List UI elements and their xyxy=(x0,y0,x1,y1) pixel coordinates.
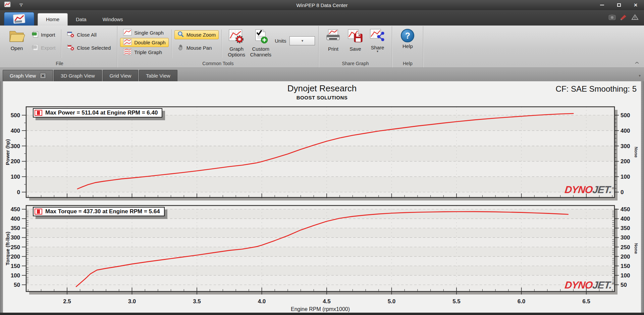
window-frame-left xyxy=(0,81,3,313)
svg-text:0: 0 xyxy=(621,189,624,195)
screenshot-icon[interactable] xyxy=(608,14,616,21)
import-button[interactable]: Import xyxy=(29,30,58,39)
units-dropdown[interactable]: ▾ xyxy=(289,36,315,45)
svg-text:6.0: 6.0 xyxy=(518,298,526,305)
svg-text:200: 200 xyxy=(11,254,20,260)
triple-graph-button[interactable]: Triple Graph xyxy=(120,48,168,57)
group-label-common-tools: Common Tools xyxy=(117,60,318,68)
ribbon-group-file: Open Import Export Close All xyxy=(2,26,117,68)
svg-text:200: 200 xyxy=(11,158,20,165)
export-button[interactable]: Export xyxy=(29,43,58,52)
print-button[interactable]: Print xyxy=(323,28,343,52)
svg-text:50: 50 xyxy=(14,282,20,288)
application-menu-button[interactable] xyxy=(4,12,34,26)
view-tab-strip: Graph View ✕ 3D Graph View Grid View Tab… xyxy=(0,68,644,81)
torque-series-swatch xyxy=(35,209,42,215)
double-graph-icon xyxy=(123,39,132,46)
power-legend: Max Power = 511.04 at Engine RPM = 6.40 xyxy=(33,108,162,118)
svg-text:250: 250 xyxy=(11,244,20,251)
minimize-icon xyxy=(600,5,604,5)
maximize-button[interactable] xyxy=(615,2,623,8)
save-button[interactable]: Save xyxy=(345,28,365,52)
ribbon-tab-row: Home Data Windows xyxy=(0,10,644,26)
svg-text:150: 150 xyxy=(11,263,20,269)
svg-text:300: 300 xyxy=(11,143,20,149)
close-selected-icon xyxy=(67,44,74,52)
svg-text:500: 500 xyxy=(11,112,20,119)
ribbon-group-share-graph: Print Save Share ▾ Share Graph xyxy=(319,26,392,68)
custom-channels-button[interactable]: Custom Channels xyxy=(249,28,273,57)
export-csv-icon xyxy=(32,44,39,52)
ribbon-collapse-button[interactable] xyxy=(635,59,639,65)
torque-legend-text: Max Torque = 437.30 at Engine RPM = 5.64 xyxy=(45,208,160,215)
ribbon: Open Import Export Close All xyxy=(0,26,644,68)
tab-home[interactable]: Home xyxy=(38,13,68,26)
tab-windows[interactable]: Windows xyxy=(95,13,131,26)
theme-brush-icon[interactable] xyxy=(620,14,627,21)
share-icon xyxy=(370,29,385,44)
tab-graph-view[interactable]: Graph View ✕ xyxy=(3,70,53,81)
close-button[interactable]: ✕ xyxy=(632,2,639,8)
svg-text:450: 450 xyxy=(11,206,20,213)
minimize-button[interactable] xyxy=(598,2,606,8)
window-title: WinPEP 8 Data Center xyxy=(0,2,644,8)
close-tab-icon[interactable]: ✕ xyxy=(40,73,46,79)
dynojet-watermark: DYNOJET.® xyxy=(546,279,614,291)
tab-grid-view[interactable]: Grid View xyxy=(103,70,139,81)
dynojet-watermark: DYNOJET.® xyxy=(546,184,614,195)
open-folder-icon xyxy=(8,29,25,44)
close-all-icon xyxy=(67,31,74,39)
svg-text:3.0: 3.0 xyxy=(128,298,136,305)
svg-text:Power (hp): Power (hp) xyxy=(5,139,10,165)
graph-options-button[interactable]: Graph Options xyxy=(224,28,249,57)
mouse-pan-button[interactable]: Mouse Pan xyxy=(174,43,219,52)
window-frame-bottom xyxy=(0,313,644,315)
svg-text:300: 300 xyxy=(621,234,630,241)
power-chart[interactable]: 00100100200200300300400400500500Power (h… xyxy=(3,104,641,202)
tab-data[interactable]: Data xyxy=(68,13,95,26)
units-label: Units xyxy=(275,38,286,44)
help-button[interactable]: ? Help xyxy=(399,28,416,49)
svg-text:450: 450 xyxy=(621,206,630,213)
group-label-file: File xyxy=(2,60,117,68)
close-all-button[interactable]: Close All xyxy=(64,30,114,39)
hand-icon xyxy=(177,44,184,52)
svg-text:400: 400 xyxy=(11,128,20,134)
torque-chart[interactable]: 5050100100150150200200250250300300350350… xyxy=(3,203,641,314)
title-bar: ▾ WinPEP 8 Data Center ✕ xyxy=(0,0,644,10)
chevron-down-icon: ▾ xyxy=(377,50,378,52)
svg-text:6.5: 6.5 xyxy=(582,298,590,305)
group-label-help: Help xyxy=(392,60,423,68)
save-floppy-icon xyxy=(347,29,363,45)
tab-overflow-icon[interactable]: ▾ xyxy=(639,74,641,78)
svg-text:200: 200 xyxy=(621,158,630,165)
tab-3d-graph-view[interactable]: 3D Graph View xyxy=(54,70,102,81)
svg-text:350: 350 xyxy=(621,225,630,231)
double-graph-button[interactable]: Double Graph xyxy=(120,38,168,47)
ribbon-tabs: Home Data Windows xyxy=(38,13,131,26)
single-graph-icon xyxy=(123,29,132,37)
power-legend-text: Max Power = 511.04 at Engine RPM = 6.40 xyxy=(45,109,158,116)
single-graph-button[interactable]: Single Graph xyxy=(120,28,168,37)
svg-text:100: 100 xyxy=(621,174,630,180)
svg-text:4.0: 4.0 xyxy=(258,298,266,305)
mouse-zoom-button[interactable]: Mouse Zoom xyxy=(174,30,219,39)
tab-table-view[interactable]: Table View xyxy=(139,70,177,81)
share-button[interactable]: Share ▾ xyxy=(368,28,387,52)
ribbon-group-common-tools: Single Graph Double Graph Triple Graph M… xyxy=(117,26,319,68)
alert-icon[interactable] xyxy=(631,14,639,21)
svg-text:350: 350 xyxy=(11,225,20,231)
svg-text:Torque (ft-lbs): Torque (ft-lbs) xyxy=(5,232,10,266)
open-button[interactable]: Open xyxy=(5,28,29,51)
svg-text:100: 100 xyxy=(621,272,630,279)
svg-text:None: None xyxy=(634,147,639,158)
svg-text:Engine RPM (rpmx1000): Engine RPM (rpmx1000) xyxy=(291,306,350,312)
svg-text:500: 500 xyxy=(621,112,630,119)
svg-text:100: 100 xyxy=(11,174,20,180)
graph-options-gear-icon xyxy=(228,29,245,45)
window-frame-right xyxy=(641,81,644,313)
svg-text:400: 400 xyxy=(11,216,20,222)
graph-view-panel: Dynojet Research BOOST SOLUTIONS CF: SAE… xyxy=(0,81,644,313)
svg-text:250: 250 xyxy=(621,244,630,251)
close-selected-button[interactable]: Close Selected xyxy=(64,43,114,52)
